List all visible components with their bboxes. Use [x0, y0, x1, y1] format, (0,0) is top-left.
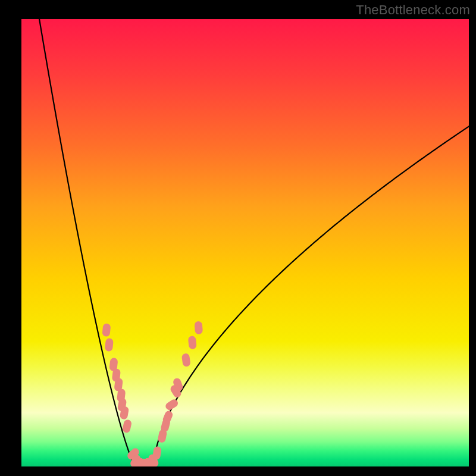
chart-frame: TheBottleneck.com: [0, 0, 476, 476]
watermark-text: TheBottleneck.com: [356, 2, 470, 18]
gradient-background: [21, 19, 469, 466]
bottleneck-curve-plot: [0, 0, 476, 476]
